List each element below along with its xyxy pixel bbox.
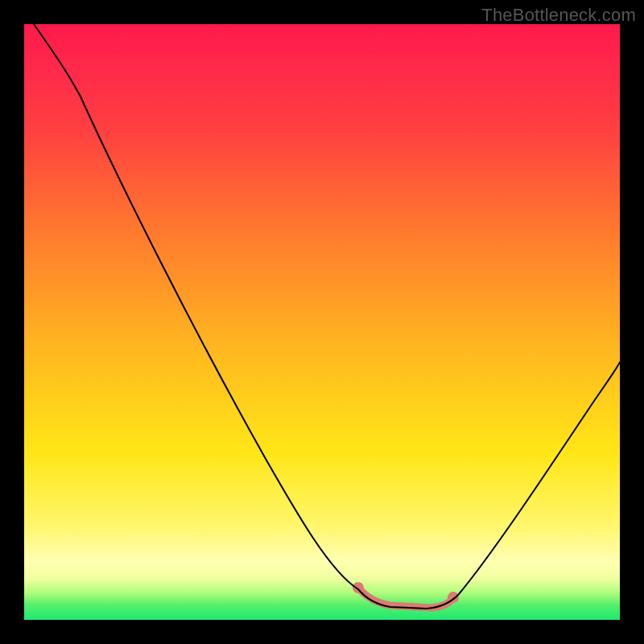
- bottleneck-curve: [34, 24, 620, 609]
- highlight-dot-left: [353, 582, 364, 593]
- watermark-text: TheBottleneck.com: [481, 5, 636, 26]
- curve-layer: [24, 24, 620, 620]
- highlight-range-marker: [358, 588, 454, 608]
- plot-area: [24, 24, 620, 620]
- chart-frame: TheBottleneck.com: [0, 0, 644, 644]
